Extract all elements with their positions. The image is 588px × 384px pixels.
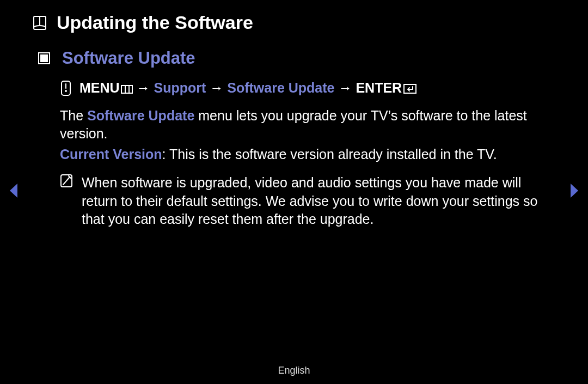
menu-glyph-icon (121, 80, 133, 98)
note-icon (60, 174, 73, 229)
page-title: Updating the Software (57, 12, 253, 33)
enter-glyph-icon (403, 80, 416, 98)
book-icon (33, 15, 47, 31)
nav-menu-label: MENU (79, 80, 120, 95)
section-title: Software Update (62, 48, 195, 68)
next-page-button[interactable] (568, 182, 580, 199)
svg-marker-11 (10, 184, 17, 198)
description-text: The Software Update menu lets you upgrad… (60, 107, 555, 144)
footer-language: English (0, 365, 588, 376)
page-title-row: Updating the Software (33, 12, 555, 33)
remote-hand-icon (60, 81, 72, 96)
svg-point-5 (65, 90, 67, 92)
nav-support-label: Support (154, 80, 206, 95)
current-version-text: Current Version: This is the software ve… (60, 145, 555, 164)
svg-rect-3 (40, 54, 48, 62)
note-row: When software is upgraded, video and aud… (60, 174, 555, 229)
nav-path-row: MENU → Support → Software Update → ENTER (60, 79, 555, 98)
content-area: Updating the Software Software Update ME… (0, 0, 588, 229)
nav-path-text: MENU → Support → Software Update → ENTER (79, 79, 416, 98)
nav-enter-label: ENTER (356, 80, 402, 95)
description-em: Software Update (87, 108, 194, 123)
svg-rect-6 (121, 86, 132, 93)
square-bullet-icon (38, 52, 50, 64)
arrow-sep-2: → (210, 80, 227, 95)
section-title-row: Software Update (38, 48, 555, 68)
current-version-body: : This is the software version already i… (162, 147, 497, 162)
arrow-sep-3: → (338, 80, 356, 95)
current-version-label: Current Version (60, 147, 162, 162)
description-pre: The (60, 108, 87, 123)
svg-marker-12 (571, 184, 578, 198)
arrow-sep-1: → (137, 80, 154, 95)
nav-software-update-label: Software Update (227, 80, 334, 95)
note-text: When software is upgraded, video and aud… (82, 174, 555, 229)
prev-page-button[interactable] (8, 182, 20, 199)
body-block: MENU → Support → Software Update → ENTER (60, 79, 555, 229)
